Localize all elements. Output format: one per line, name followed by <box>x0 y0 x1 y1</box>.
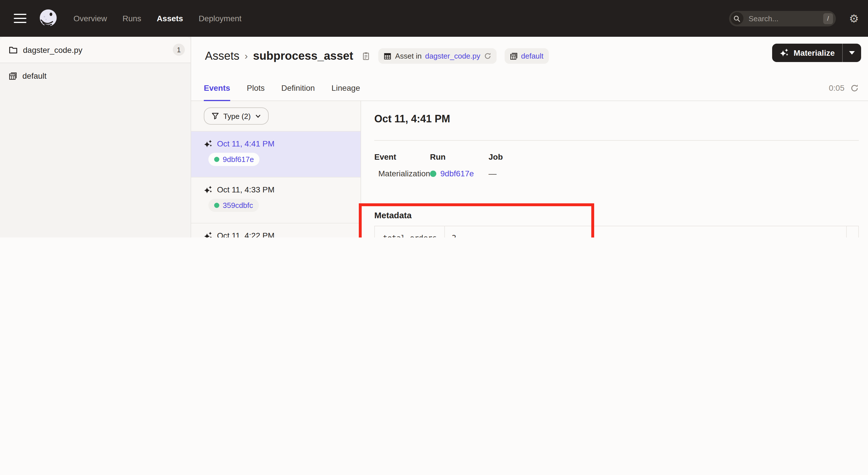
type-filter-label: Type (2) <box>223 112 251 120</box>
sidebar-item-code-file[interactable]: dagster_code.py 1 <box>0 37 191 63</box>
materialize-label: Materialize <box>794 48 835 57</box>
search-box[interactable]: / <box>729 11 836 26</box>
nav-item-overview[interactable]: Overview <box>73 14 107 23</box>
run-id-label: 359cdbfc <box>223 201 253 210</box>
asset-chip-prefix: Asset in <box>395 52 422 60</box>
event-list-item[interactable]: Oct 11, 4:41 PM 9dbf617e <box>191 131 361 177</box>
asset-chip-code-link[interactable]: dagster_code.py <box>425 52 480 60</box>
run-id-pill[interactable]: 359cdbfc <box>208 199 259 212</box>
hamburger-menu-icon[interactable] <box>14 14 26 23</box>
code-file-label: dagster_code.py <box>23 45 167 54</box>
event-detail-title: Oct 11, 4:41 PM <box>374 113 859 125</box>
repo-chip[interactable]: default <box>504 48 549 64</box>
events-list-panel: Type (2) Oct 11, 4:41 PM 9dbf617e <box>191 101 361 237</box>
sidebar-item-default-repo[interactable]: default <box>0 63 191 88</box>
filter-row: Type (2) <box>191 101 361 131</box>
search-shortcut-badge: / <box>823 13 833 24</box>
run-column-label: Run <box>430 152 489 161</box>
top-nav: Overview Runs Assets Deployment / ⚙ <box>0 0 868 37</box>
materialize-dropdown-button[interactable] <box>843 43 861 62</box>
event-type-value: Materialization <box>378 169 430 178</box>
tab-plots[interactable]: Plots <box>247 75 265 101</box>
asset-job-chip[interactable]: Asset in dagster_code.py <box>379 48 497 64</box>
sparkle-icon <box>780 48 789 57</box>
materialization-sparkle-icon <box>204 185 212 194</box>
event-list-item[interactable]: Oct 11, 4:33 PM 359cdbfc <box>191 177 361 224</box>
breadcrumb: Assets › subprocess_asset <box>205 50 371 63</box>
dagster-logo-icon[interactable] <box>37 7 59 29</box>
metadata-action-cell <box>846 226 859 237</box>
reload-icon[interactable] <box>484 52 491 60</box>
repo-grid-icon <box>9 71 17 80</box>
sidebar: dagster_code.py 1 default dagster_code.p… <box>0 37 191 237</box>
chevron-down-icon <box>255 113 261 119</box>
type-filter-button[interactable]: Type (2) <box>204 108 268 125</box>
event-timestamp-link[interactable]: Oct 11, 4:22 PM <box>217 231 274 237</box>
nav-item-runs[interactable]: Runs <box>123 14 141 23</box>
materialize-split-button: Materialize <box>772 43 861 62</box>
tab-definition[interactable]: Definition <box>281 75 315 101</box>
refresh-icon[interactable] <box>850 84 859 92</box>
job-value: — <box>489 169 497 178</box>
caret-down-icon <box>849 51 855 55</box>
run-status-dot <box>214 157 219 162</box>
metadata-table: total_orders 2 path /Users/yuhan/dev/loc… <box>374 226 859 237</box>
job-grid-icon <box>384 52 392 60</box>
asset-count-badge: 1 <box>173 43 185 56</box>
materialization-sparkle-icon <box>204 231 212 237</box>
event-timestamp-link[interactable]: Oct 11, 4:41 PM <box>217 139 274 148</box>
breadcrumb-assets-link[interactable]: Assets <box>205 50 239 63</box>
search-icon <box>731 12 743 25</box>
filter-funnel-icon <box>211 112 219 120</box>
repo-grid-icon <box>509 52 518 60</box>
asset-page-header: Assets › subprocess_asset Asset in dagst… <box>191 37 868 75</box>
event-info-grid: Event Materialization Run 9dbf617e <box>374 152 859 178</box>
breadcrumb-separator: › <box>245 50 248 62</box>
job-column-label: Job <box>489 152 503 161</box>
metadata-value: 2 <box>445 226 846 237</box>
folder-icon <box>9 45 18 54</box>
event-column-label: Event <box>374 152 430 161</box>
run-status-dot <box>430 170 436 177</box>
run-id-link[interactable]: 9dbf617e <box>440 169 474 178</box>
refresh-timer: 0:05 <box>829 83 845 92</box>
copy-asset-name-icon[interactable] <box>362 52 371 60</box>
run-status-dot <box>214 203 219 208</box>
event-detail-panel: Oct 11, 4:41 PM Event Materialization Ru… <box>361 101 868 237</box>
main-area: Assets › subprocess_asset Asset in dagst… <box>191 37 868 237</box>
nav-item-assets[interactable]: Assets <box>157 14 183 23</box>
materialize-button[interactable]: Materialize <box>772 43 842 62</box>
divider <box>374 140 859 141</box>
gear-icon[interactable]: ⚙ <box>849 13 859 24</box>
event-list-item[interactable]: Oct 11, 4:22 PM 637aed75 <box>191 224 361 237</box>
event-timestamp-link[interactable]: Oct 11, 4:33 PM <box>217 185 274 194</box>
metadata-section-title: Metadata <box>374 210 859 220</box>
run-id-pill[interactable]: 9dbf617e <box>208 153 259 166</box>
search-input[interactable] <box>747 13 823 23</box>
asset-name: subprocess_asset <box>253 50 353 63</box>
tab-bar: Events Plots Definition Lineage 0:05 <box>191 75 868 101</box>
tab-lineage[interactable]: Lineage <box>332 75 360 101</box>
table-row: total_orders 2 <box>375 226 859 237</box>
tab-events[interactable]: Events <box>204 75 230 101</box>
nav-item-deployment[interactable]: Deployment <box>198 14 241 23</box>
run-id-label: 9dbf617e <box>223 155 254 164</box>
app-window: Overview Runs Assets Deployment / ⚙ dags… <box>0 0 868 237</box>
materialization-sparkle-icon <box>204 139 212 148</box>
repo-chip-link[interactable]: default <box>521 52 544 60</box>
metadata-key: total_orders <box>375 226 445 237</box>
default-repo-label: default <box>22 71 46 81</box>
events-content: Type (2) Oct 11, 4:41 PM 9dbf617e <box>191 101 868 237</box>
